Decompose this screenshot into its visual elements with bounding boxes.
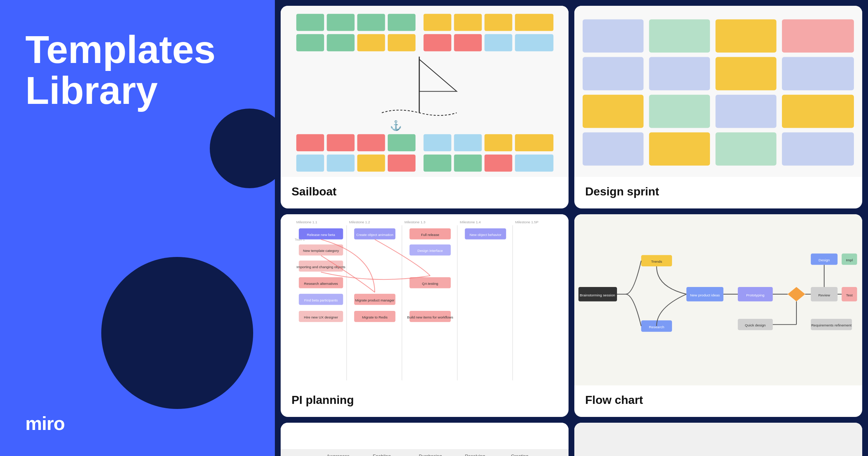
svg-rect-6 <box>485 14 512 31</box>
svg-rect-1 <box>327 14 355 31</box>
svg-rect-0 <box>296 14 324 31</box>
svg-rect-109 <box>649 57 710 90</box>
svg-text:New product ideas: New product ideas <box>690 293 720 297</box>
svg-rect-5 <box>454 14 482 31</box>
svg-rect-28 <box>357 155 385 172</box>
card-strategy[interactable]: Goal Setup Now Metrics Approve Goal Scri… <box>574 423 862 456</box>
svg-text:Impl: Impl <box>846 258 853 262</box>
svg-rect-113 <box>715 57 776 90</box>
svg-rect-104 <box>583 20 643 53</box>
svg-rect-10 <box>357 34 385 51</box>
svg-rect-110 <box>649 95 710 128</box>
svg-rect-4 <box>424 14 451 31</box>
flow-chart-label: Flow chart <box>574 385 862 417</box>
svg-rect-19 <box>327 134 355 151</box>
svg-text:Trends: Trends <box>651 259 662 263</box>
svg-rect-119 <box>782 132 854 166</box>
journey-svg: Awareness Enabling Purchasing Resolving … <box>281 423 569 456</box>
svg-text:Hire new UX designer: Hire new UX designer <box>304 315 338 319</box>
svg-text:Design interface: Design interface <box>417 249 443 253</box>
svg-rect-23 <box>454 134 482 151</box>
card-flow-chart[interactable]: Brainstorming session Trends Research Ne… <box>574 214 862 417</box>
svg-text:Review: Review <box>818 293 830 297</box>
svg-text:Milestone 1.2: Milestone 1.2 <box>349 220 370 224</box>
design-sprint-label: Design sprint <box>574 177 862 208</box>
svg-rect-3 <box>388 14 416 31</box>
svg-rect-32 <box>485 155 512 172</box>
svg-rect-27 <box>327 155 355 172</box>
svg-text:Full release: Full release <box>421 233 439 237</box>
customer-journey-preview: Awareness Enabling Purchasing Resolving … <box>281 423 569 456</box>
svg-text:Release new beta: Release new beta <box>307 233 335 237</box>
svg-rect-115 <box>715 132 776 166</box>
svg-rect-107 <box>583 132 643 166</box>
svg-text:Milestone 1.1: Milestone 1.1 <box>296 220 317 224</box>
title-line1: Templates <box>25 28 216 71</box>
svg-text:Prototyping: Prototyping <box>746 293 764 297</box>
svg-rect-33 <box>515 155 553 172</box>
svg-text:Milestone 1.4: Milestone 1.4 <box>460 220 481 224</box>
svg-text:Enabling: Enabling <box>373 453 391 456</box>
svg-text:Design: Design <box>818 258 830 262</box>
templates-grid: ⚓ Sailboat <box>275 0 868 456</box>
strategy-preview: Goal Setup Now Metrics Approve Goal Scri… <box>574 423 862 456</box>
svg-text:Create object animation: Create object animation <box>356 233 393 237</box>
sailboat-label: Sailboat <box>281 177 569 208</box>
svg-rect-106 <box>583 95 643 128</box>
hero-title: Templates Library <box>25 29 250 111</box>
svg-rect-30 <box>424 155 451 172</box>
card-sailboat[interactable]: ⚓ Sailboat <box>281 6 569 208</box>
design-sprint-svg <box>574 6 862 177</box>
svg-rect-2 <box>357 14 385 31</box>
svg-rect-12 <box>424 34 451 51</box>
svg-text:Awareness: Awareness <box>327 453 349 456</box>
hero-panel: Templates Library miro <box>0 0 275 456</box>
svg-text:Requirements refinement: Requirements refinement <box>811 323 852 327</box>
svg-text:New object behavior: New object behavior <box>469 233 502 237</box>
svg-text:Purchasing: Purchasing <box>419 453 442 456</box>
strategy-svg: Goal Setup Now Metrics Approve Goal Scri… <box>574 423 862 456</box>
svg-rect-20 <box>357 134 385 151</box>
svg-rect-18 <box>296 134 324 151</box>
card-pi-planning[interactable]: Milestone 1.1 Milestone 1.2 Milestone 1.… <box>281 214 569 417</box>
svg-rect-14 <box>485 34 512 51</box>
svg-rect-31 <box>454 155 482 172</box>
svg-text:Build new items for workflows: Build new items for workflows <box>407 315 454 319</box>
pi-planning-label: PI planning <box>281 385 569 417</box>
svg-rect-117 <box>782 57 854 90</box>
svg-rect-108 <box>649 20 710 53</box>
svg-rect-8 <box>296 34 324 51</box>
svg-rect-25 <box>515 134 553 151</box>
svg-rect-29 <box>388 155 416 172</box>
card-customer-journey[interactable]: Awareness Enabling Purchasing Resolving … <box>281 423 569 456</box>
decorative-circle-small <box>210 109 275 188</box>
logo-text: miro <box>25 413 65 434</box>
svg-text:Research alternatives: Research alternatives <box>304 282 338 286</box>
design-sprint-preview <box>574 6 862 177</box>
svg-rect-26 <box>296 155 324 172</box>
svg-text:Milestone 1.5P: Milestone 1.5P <box>515 220 538 224</box>
svg-text:Quick design: Quick design <box>745 323 766 327</box>
svg-rect-114 <box>715 95 776 128</box>
svg-text:Brainstorming session: Brainstorming session <box>580 293 615 297</box>
svg-rect-21 <box>388 134 416 151</box>
svg-text:Migrate to Redis: Migrate to Redis <box>362 315 388 319</box>
svg-rect-112 <box>715 20 776 53</box>
svg-rect-13 <box>454 34 482 51</box>
flowchart-preview: Brainstorming session Trends Research Ne… <box>574 214 862 385</box>
svg-text:Test: Test <box>846 293 852 297</box>
svg-rect-111 <box>649 132 710 166</box>
sailboat-svg: ⚓ <box>281 6 569 177</box>
title-line2: Library <box>25 68 158 112</box>
card-design-sprint[interactable]: Design sprint <box>574 6 862 208</box>
svg-rect-11 <box>388 34 416 51</box>
svg-text:QA testing: QA testing <box>422 282 438 286</box>
svg-rect-116 <box>782 20 854 53</box>
svg-rect-15 <box>515 34 553 51</box>
svg-marker-130 <box>788 287 805 301</box>
svg-text:Resolving: Resolving <box>465 453 485 456</box>
svg-text:Find beta participants: Find beta participants <box>304 298 338 302</box>
svg-text:Creating: Creating <box>511 453 528 456</box>
flowchart-svg: Brainstorming session Trends Research Ne… <box>574 214 862 385</box>
logo-area: miro <box>25 413 250 434</box>
